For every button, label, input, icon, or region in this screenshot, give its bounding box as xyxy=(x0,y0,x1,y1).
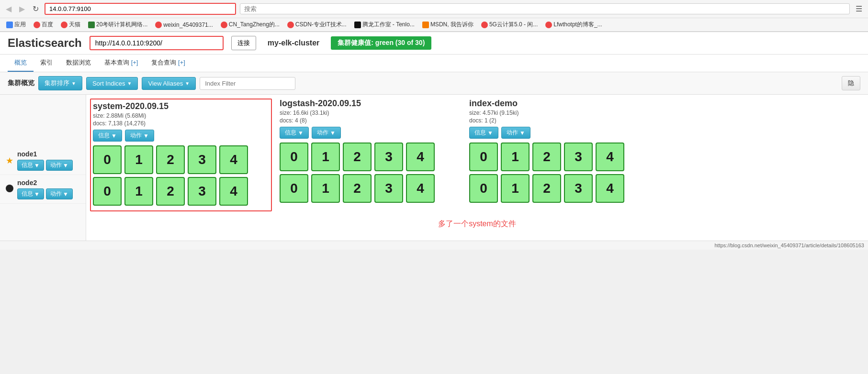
back-button[interactable]: ◀ xyxy=(4,3,13,14)
weixin-icon xyxy=(155,22,162,28)
main-content: ★ node1 信息 ▼ 动作 ▼ xyxy=(0,95,868,241)
index-docs-demo: docs: 1 (2) xyxy=(469,117,651,124)
shard-cell: 0 xyxy=(93,177,122,206)
index-column-system: system-2020.09.15 size: 2.88Mi (5.68Mi) … xyxy=(90,99,272,211)
toolbar: 集群概览 集群排序 ▼ Sort Indices ▼ View Aliases … xyxy=(0,72,868,95)
node2-circle-icon xyxy=(6,185,13,194)
node1-info-arrow: ▼ xyxy=(34,162,40,169)
kaoyanjsj-icon xyxy=(88,22,95,28)
annotation-text: 多了一个system的文件 xyxy=(90,211,864,237)
sort-cluster-arrow: ▼ xyxy=(71,81,76,86)
shard-cell: 1 xyxy=(501,143,530,171)
system-node1-shards: 0 1 2 3 4 xyxy=(93,145,269,174)
shard-cell: 3 xyxy=(188,177,216,206)
msdn-icon xyxy=(422,22,429,28)
node1-name: node1 xyxy=(17,150,80,158)
node2-info: node2 信息 ▼ 动作 ▼ xyxy=(17,179,80,199)
node1-info-button[interactable]: 信息 ▼ xyxy=(17,160,44,171)
node2-action-button[interactable]: 动作 ▼ xyxy=(46,188,73,199)
bookmark-tangzheng[interactable]: CN_TangZheng的... xyxy=(218,20,282,30)
demo-node2-shards: 0 1 2 3 4 xyxy=(469,174,651,203)
shard-cell: 4 xyxy=(596,143,624,171)
bookmark-csdn[interactable]: CSDN-专业IT技术... xyxy=(285,20,349,30)
es-url-input[interactable] xyxy=(90,36,224,50)
address-bar[interactable] xyxy=(45,3,236,15)
tangzheng-icon xyxy=(221,22,227,28)
tianmao-icon xyxy=(61,22,68,28)
shard-cell: 1 xyxy=(124,177,153,206)
sort-cluster-button[interactable]: 集群排序 ▼ xyxy=(38,76,82,90)
index-header-demo: index-demo size: 4.57ki (9.15ki) docs: 1… xyxy=(469,99,651,139)
sort-indices-button[interactable]: Sort Indices ▼ xyxy=(86,77,138,90)
shard-cell: 2 xyxy=(532,174,561,203)
tab-indices[interactable]: 索引 xyxy=(34,55,59,72)
tab-overview[interactable]: 概览 xyxy=(8,55,34,72)
shard-cell: 2 xyxy=(343,174,372,203)
bookmark-baidu[interactable]: 百度 xyxy=(31,20,56,30)
sidebar: ★ node1 信息 ▼ 动作 ▼ xyxy=(0,95,86,241)
tab-complex-query[interactable]: 复合查询 [+] xyxy=(145,55,192,72)
bookmark-tianmao[interactable]: 天猫 xyxy=(58,20,83,30)
index-filter-input[interactable] xyxy=(200,77,295,90)
shard-cell: 3 xyxy=(188,145,216,174)
node2-name: node2 xyxy=(17,179,80,187)
logstash-action-button[interactable]: 动作 ▼ xyxy=(312,127,341,139)
view-aliases-button[interactable]: View Aliases ▼ xyxy=(142,77,196,90)
bookmark-msdn[interactable]: MSDN, 我告诉你 xyxy=(420,20,476,30)
app-header: Elasticsearch 连接 my-elk-cluster 集群健康值: g… xyxy=(0,32,868,55)
lfwthotpt-icon xyxy=(545,22,552,28)
tenglong-icon xyxy=(354,22,361,28)
node1-info: node1 信息 ▼ 动作 ▼ xyxy=(17,150,80,171)
index-actions-demo: 信息 ▼ 动作 ▼ xyxy=(469,127,651,139)
bottom-bar: https://blog.csdn.net/weixin_45409371/ar… xyxy=(0,241,868,250)
system-info-button[interactable]: 信息 ▼ xyxy=(93,130,122,142)
bookmark-apps[interactable]: 应用 xyxy=(4,20,28,30)
index-column-demo: index-demo size: 4.57ki (9.15ki) docs: 1… xyxy=(469,99,651,211)
shard-cell: 2 xyxy=(156,177,185,206)
shard-cell: 2 xyxy=(156,145,185,174)
logstash-node1-shards: 0 1 2 3 4 xyxy=(280,143,462,171)
tab-basic-query[interactable]: 基本查询 [+] xyxy=(98,55,145,72)
baidu-icon xyxy=(34,22,40,28)
node1-action-arrow: ▼ xyxy=(63,162,68,169)
shard-cell: 4 xyxy=(406,143,435,171)
bookmark-tenglong[interactable]: 腾龙工作室 - Tenlo... xyxy=(352,20,417,30)
index-actions-logstash: 信息 ▼ 动作 ▼ xyxy=(280,127,462,139)
system-action-button[interactable]: 动作 ▼ xyxy=(125,130,154,142)
shard-cell: 0 xyxy=(469,174,498,203)
bookmark-kaoyanjsj[interactable]: 20考研计算机网络... xyxy=(86,20,150,30)
shard-cell: 0 xyxy=(469,143,498,171)
node1-row: ★ node1 信息 ▼ 动作 ▼ xyxy=(0,146,86,175)
node2-info-button[interactable]: 信息 ▼ xyxy=(17,188,44,199)
bookmark-lfwthotpt[interactable]: Lfwthotpt的博客_... xyxy=(543,20,604,30)
browser-menu-button[interactable]: ☰ xyxy=(854,3,864,14)
index-name-logstash: logstash-2020.09.15 xyxy=(280,99,462,109)
index-size-system: size: 2.88Mi (5.68Mi) xyxy=(93,112,269,119)
bookmark-weixin[interactable]: weixin_45409371... xyxy=(153,21,215,29)
demo-info-button[interactable]: 信息 ▼ xyxy=(469,127,498,139)
node2-info-arrow: ▼ xyxy=(34,191,40,198)
shard-cell: 4 xyxy=(596,174,624,203)
shard-cell: 0 xyxy=(280,143,308,171)
node2-row: node2 信息 ▼ 动作 ▼ xyxy=(0,175,86,204)
sort-indices-arrow: ▼ xyxy=(127,81,132,86)
index-name-demo: index-demo xyxy=(469,99,651,109)
bookmark-5g[interactable]: 5G云计算5.0 - 闲... xyxy=(479,20,540,30)
logstash-info-button[interactable]: 信息 ▼ xyxy=(280,127,309,139)
hide-button[interactable]: 隐 xyxy=(842,76,860,90)
system-action-arrow: ▼ xyxy=(143,132,149,139)
connect-button[interactable]: 连接 xyxy=(231,36,256,50)
shard-cell: 1 xyxy=(311,143,340,171)
shard-cell: 4 xyxy=(219,145,248,174)
forward-button[interactable]: ▶ xyxy=(17,3,27,14)
view-aliases-arrow: ▼ xyxy=(185,81,190,86)
shard-cell: 4 xyxy=(219,177,248,206)
reload-button[interactable]: ↻ xyxy=(31,3,41,14)
node1-action-button[interactable]: 动作 ▼ xyxy=(46,160,73,171)
search-bar[interactable] xyxy=(240,3,850,14)
demo-action-button[interactable]: 动作 ▼ xyxy=(501,127,530,139)
shard-cell: 3 xyxy=(374,143,403,171)
tab-data-browser[interactable]: 数据浏览 xyxy=(59,55,98,72)
demo-node1-shards: 0 1 2 3 4 xyxy=(469,143,651,171)
shard-cell: 0 xyxy=(93,145,122,174)
